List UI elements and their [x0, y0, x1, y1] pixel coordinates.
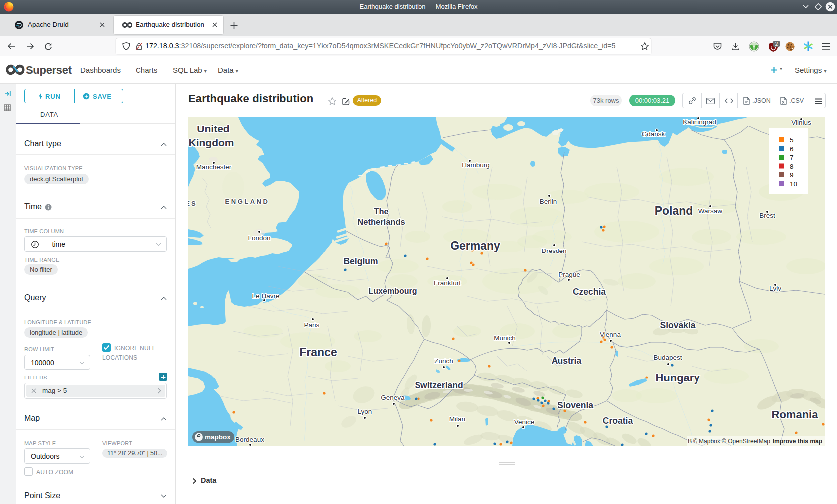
svg-text:Netherlands: Netherlands	[357, 217, 405, 226]
svg-text:© Mapbox © OpenStreetMap: © Mapbox © OpenStreetMap	[693, 438, 770, 445]
svg-text:Kingdom: Kingdom	[189, 137, 234, 148]
svg-text:Warsaw: Warsaw	[698, 207, 723, 215]
svg-text:Luxembourg: Luxembourg	[369, 287, 417, 295]
svg-text:Kaliningrad: Kaliningrad	[683, 118, 716, 126]
svg-text:Geneva: Geneva	[381, 394, 405, 401]
svg-text:Venice: Venice	[514, 418, 535, 426]
svg-text:B: B	[688, 438, 692, 445]
svg-text:Lyon: Lyon	[358, 408, 372, 415]
svg-text:mapbox: mapbox	[205, 433, 231, 441]
svg-text:Croatia: Croatia	[603, 416, 633, 426]
svg-text:Munich: Munich	[494, 334, 516, 342]
svg-text:Brest: Brest	[759, 212, 775, 219]
svg-text:Poland: Poland	[655, 204, 693, 217]
svg-text:Slovenia: Slovenia	[558, 400, 593, 410]
svg-text:Austria: Austria	[552, 356, 582, 366]
svg-text:ES: ES	[188, 200, 197, 207]
svg-text:Dresden: Dresden	[541, 247, 566, 254]
svg-text:7: 7	[790, 154, 794, 161]
svg-text:Budapest: Budapest	[653, 354, 682, 361]
svg-text:Vienna: Vienna	[600, 331, 621, 338]
svg-text:5: 5	[790, 136, 794, 144]
svg-text:Czechia: Czechia	[573, 287, 606, 297]
svg-text:Belgium: Belgium	[343, 256, 378, 266]
svg-text:Hamburg: Hamburg	[462, 161, 490, 169]
svg-text:Improve this map: Improve this map	[773, 438, 822, 445]
svg-text:Zurich: Zurich	[434, 357, 453, 365]
svg-text:Hungary: Hungary	[655, 372, 700, 384]
svg-text:Prague: Prague	[558, 271, 580, 278]
svg-text:Paris: Paris	[304, 321, 320, 329]
svg-text:8: 8	[790, 163, 794, 170]
svg-text:Manchester: Manchester	[196, 163, 232, 171]
svg-text:ENGLAND: ENGLAND	[225, 198, 270, 205]
svg-text:Gdansk: Gdansk	[642, 130, 665, 138]
svg-text:Slovakia: Slovakia	[660, 320, 695, 330]
svg-text:9: 9	[790, 171, 794, 179]
svg-text:Switzerland: Switzerland	[415, 380, 463, 390]
svg-text:Vilnius: Vilnius	[791, 119, 811, 126]
svg-text:Frankfurt: Frankfurt	[434, 279, 461, 287]
svg-text:United: United	[197, 123, 229, 134]
svg-text:6: 6	[790, 145, 794, 153]
svg-text:Bordeaux: Bordeaux	[235, 436, 264, 443]
svg-text:Germany: Germany	[450, 239, 500, 252]
svg-text:10: 10	[790, 180, 797, 188]
svg-text:London: London	[248, 234, 270, 242]
svg-text:Lviv: Lviv	[769, 285, 781, 292]
svg-text:2: 2	[775, 41, 778, 47]
svg-text:Romania: Romania	[772, 408, 819, 421]
svg-text:France: France	[299, 346, 337, 359]
svg-text:The: The	[374, 207, 388, 216]
svg-text:Le Havre: Le Havre	[252, 292, 279, 300]
svg-text:Berlin: Berlin	[540, 198, 557, 205]
svg-text:Milan: Milan	[449, 415, 465, 423]
